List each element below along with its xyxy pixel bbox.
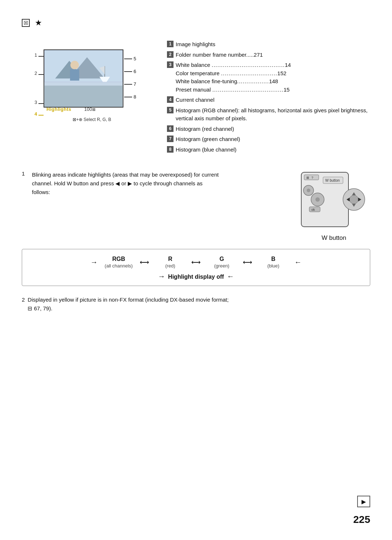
tick-label-7: 7 — [134, 81, 136, 87]
info-text-8: Histogram (blue channel) — [176, 146, 237, 154]
play-icon: ▶ — [362, 498, 366, 505]
channel-diagram: → RGB (all channels) ⟷ R (red) ⟷ G (gree… — [22, 249, 370, 286]
note1-text: Blinking areas indicate highlights (area… — [32, 170, 221, 197]
line-label-4: 4 — [34, 111, 37, 117]
badge-4: 4 — [167, 96, 173, 103]
info-item-2: 2 Folder number frame number.....271 — [167, 51, 370, 59]
info-text-1: Image highlights — [176, 40, 215, 49]
info-item-3: 3 White balance ........................… — [167, 61, 370, 94]
channel-g: G (green) — [207, 256, 236, 269]
info-list: 1 Image highlights 2 Folder number frame… — [167, 39, 370, 156]
svg-rect-9 — [45, 50, 123, 82]
channel-r: R (red) — [156, 256, 185, 269]
play-icon-box: ▶ — [357, 496, 370, 507]
line-label-1: 1 — [34, 52, 37, 58]
w-button-label: W button — [322, 234, 346, 242]
svg-point-17 — [315, 197, 320, 202]
channel-rgb: RGB (all channels) — [104, 256, 133, 269]
scene-illustration — [44, 50, 123, 107]
top-icons-row: ☒ ★ — [22, 18, 370, 28]
note1-section: 1 Blinking areas indicate highlights (ar… — [22, 170, 370, 242]
badge-6: 6 — [167, 125, 173, 132]
badge-7: 7 — [167, 136, 173, 142]
camera-screen — [44, 49, 123, 108]
svg-rect-1 — [45, 86, 123, 107]
info-text-5: Histogram (RGB channel): all histograms,… — [176, 106, 370, 123]
highlight-off-row: → Highlight display off ← — [158, 272, 234, 281]
svg-text:?: ? — [311, 176, 313, 180]
highlights-label: Highlights — [46, 106, 72, 112]
info-text-4: Current channel — [176, 96, 215, 104]
info-text-2: Folder number frame number.....271 — [176, 51, 263, 59]
tick-5 — [124, 59, 132, 59]
note2-num: 2 — [22, 295, 25, 304]
loop-arrow-left: → — [90, 258, 98, 266]
main-content: 1 2 — [22, 39, 370, 156]
tick-8 — [124, 97, 132, 97]
line-label-2: 2 — [34, 70, 37, 76]
note2-item: 2 Displayed in yellow if picture is in n… — [22, 295, 370, 313]
tick-7 — [124, 84, 132, 85]
svg-text:W button: W button — [325, 178, 340, 182]
info-item-5: 5 Histogram (RGB channel): all histogram… — [167, 106, 370, 123]
arrow-2: ⟷ — [191, 258, 201, 266]
note1-text-area: 1 Blinking areas indicate highlights (ar… — [22, 170, 290, 202]
arrow-bottom-right: → — [158, 272, 165, 281]
info-text-6: Histogram (red channel) — [176, 125, 234, 133]
info-text-3: White balance ..........................… — [176, 61, 291, 94]
info-text-7: Histogram (green channel) — [176, 135, 240, 144]
arrow-3: ⟷ — [243, 258, 252, 266]
info-item-8: 8 Histogram (blue channel) — [167, 146, 370, 154]
info-item-6: 6 Histogram (red channel) — [167, 125, 370, 133]
preview-diagram: 1 2 — [22, 39, 145, 122]
channel-row: → RGB (all channels) ⟷ R (red) ⟷ G (gree… — [90, 256, 302, 269]
loop-arrow-right: ← — [294, 258, 302, 266]
badge-3: 3 — [167, 61, 173, 68]
tick-label-5: 5 — [134, 56, 136, 61]
highlights-number: 100⊠ — [84, 106, 95, 112]
w-camera-section: ⊠ ? ok — [298, 170, 370, 242]
svg-text:ok: ok — [311, 208, 315, 211]
line-label-3: 3 — [34, 100, 37, 105]
badge-8: 8 — [167, 146, 173, 153]
preview-area: 1 2 — [22, 39, 156, 156]
channel-b: B (blue) — [259, 256, 288, 269]
camera-buttons-svg: ⊠ ? ok — [298, 170, 370, 232]
checkbox-icon: ☒ — [22, 19, 30, 27]
page-number: 225 — [353, 514, 370, 525]
arrow-1: ⟷ — [140, 258, 149, 266]
note1-num: 1 — [22, 170, 28, 177]
badge-5: 5 — [167, 107, 173, 113]
badge-1: 1 — [167, 41, 173, 47]
tick-6 — [124, 71, 132, 72]
info-item-7: 7 Histogram (green channel) — [167, 135, 370, 144]
svg-text:⊠: ⊠ — [306, 176, 309, 180]
highlight-display-off: Highlight display off — [168, 274, 224, 280]
tick-label-8: 8 — [134, 94, 136, 100]
info-item-4: 4 Current channel — [167, 96, 370, 104]
notes-section: 1 Blinking areas indicate highlights (ar… — [22, 170, 370, 313]
arrow-bottom-left: ← — [227, 272, 234, 281]
svg-point-21 — [350, 195, 358, 204]
svg-point-15 — [307, 189, 310, 192]
note1-item: 1 Blinking areas indicate highlights (ar… — [22, 170, 290, 197]
tick-label-6: 6 — [134, 69, 136, 74]
select-label: ⊠+⊕ Select R, G, B — [73, 117, 111, 122]
info-item-1: 1 Image highlights — [167, 40, 370, 49]
star-icon: ★ — [35, 18, 42, 28]
note2-text: Displayed in yellow if picture is in non… — [28, 295, 229, 313]
badge-2: 2 — [167, 51, 173, 58]
